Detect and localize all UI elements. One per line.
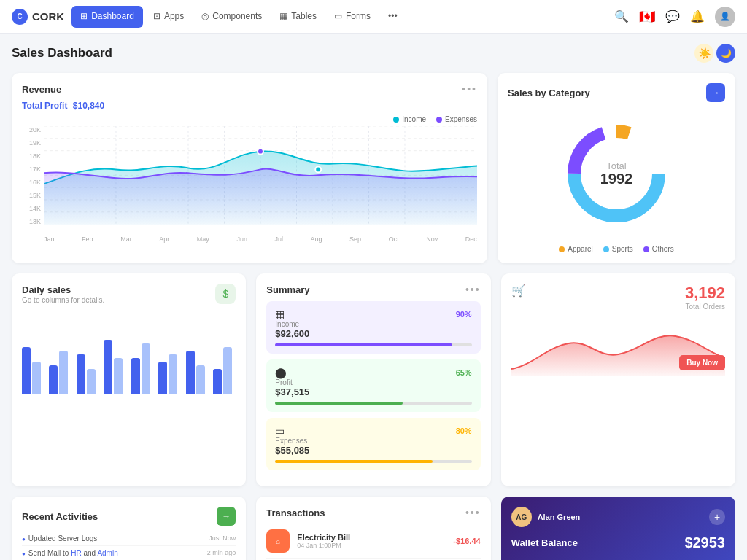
activities-list: ●Updated Server Logs Just Now ●Send Mail… [22, 532, 236, 560]
nav-more[interactable]: ••• [379, 0, 406, 34]
nav-apps[interactable]: ⊡ Apps [144, 0, 193, 34]
wallet-add-button[interactable]: + [709, 509, 725, 525]
cart-icon: 🛒 [511, 284, 526, 298]
summary-income-icon: ▦ [275, 308, 285, 320]
summary-more-button[interactable]: ••• [465, 284, 481, 295]
bar-group [77, 354, 99, 394]
search-icon[interactable]: 🔍 [614, 9, 629, 23]
user-avatar[interactable]: 👤 [715, 7, 735, 27]
summary-expenses-pct: 80% [456, 427, 472, 435]
page-header: Sales Dashboard ☀️ 🌙 [12, 44, 735, 63]
transactions-more-button[interactable]: ••• [465, 507, 481, 518]
orders-label: Total Orders [685, 303, 725, 311]
summary-expenses-icon: ▭ [275, 425, 285, 437]
chart-legend: Income Expenses [22, 115, 477, 123]
nav-components-label: Components [212, 11, 262, 21]
nav-components[interactable]: ◎ Components [193, 0, 271, 34]
donut-svg: Total 1992 [558, 115, 675, 232]
bar-group [158, 354, 181, 394]
wallet-balance-row: Wallet Balance $2953 [511, 534, 725, 551]
bar-group [22, 347, 44, 394]
page-title: Sales Dashboard [12, 46, 112, 61]
bar-chart [22, 314, 236, 394]
transaction-item: ⌂ Electricity Bill 04 Jan 1:00PM -$16.44 [266, 524, 480, 559]
activities-header: Recent Activities → [22, 507, 236, 526]
forms-icon: ▭ [334, 11, 342, 21]
chart-y-axis: 20K19K18K17K 16K15K14K13K [22, 126, 44, 225]
app-name: CORK [32, 10, 64, 23]
revenue-svg [44, 126, 477, 225]
wallet-avatar: AG [511, 507, 532, 527]
daily-sales-card: Daily sales Go to columns for details. $ [12, 273, 246, 486]
daily-sales-subtitle: Go to columns for details. [22, 296, 104, 304]
transactions-card: Transactions ••• ⌂ Electricity Bill 04 J… [256, 497, 490, 560]
logo-icon: C [12, 9, 28, 25]
legend-income: Income [393, 115, 426, 123]
daily-sales-icon: $ [215, 284, 236, 304]
category-nav-button[interactable]: → [706, 83, 725, 102]
wallet-balance-value: $2953 [684, 534, 725, 551]
nav-dashboard-label: Dashboard [91, 11, 134, 21]
donut-legend: Apparel Sports Others [508, 245, 725, 253]
activities-title: Recent Activities [22, 511, 98, 522]
svg-text:Total: Total [606, 160, 627, 171]
orders-chart: Buy Now [511, 318, 725, 376]
nav-dashboard[interactable]: ⊞ Dashboard [71, 6, 143, 28]
flag-icon[interactable]: 🇨🇦 [639, 9, 655, 25]
transactions-header: Transactions ••• [266, 507, 480, 518]
svg-point-20 [315, 166, 321, 172]
summary-income-value: $92,600 [275, 328, 471, 339]
summary-expenses-value: $55,085 [275, 445, 471, 456]
chat-icon[interactable]: 💬 [665, 9, 680, 23]
bell-icon[interactable]: 🔔 [690, 9, 705, 23]
hr-link[interactable]: HR [71, 549, 81, 557]
row-1: Revenue ••• Total Profit $10,840 Income … [12, 73, 735, 263]
nav-forms-label: Forms [346, 11, 371, 21]
revenue-more-button[interactable]: ••• [462, 83, 477, 95]
daily-sales-title: Daily sales [22, 284, 104, 295]
expenses-dot [436, 117, 442, 122]
bar-group [131, 343, 154, 394]
nav-tables[interactable]: ▦ Tables [271, 0, 325, 34]
summary-expenses-label: Expenses [275, 437, 471, 445]
tx-amount: -$16.44 [453, 537, 480, 545]
activity-item: ●Updated Server Logs Just Now [22, 532, 236, 546]
summary-profit-pct: 65% [456, 368, 472, 377]
svg-text:1992: 1992 [600, 171, 633, 187]
components-icon: ◎ [201, 11, 209, 21]
category-title: Sales by Category [508, 88, 590, 98]
summary-profit-item: ⬤ 65% Profit $37,515 [266, 359, 480, 412]
activities-nav-button[interactable]: → [217, 507, 236, 526]
wallet-balance-label: Wallet Balance [511, 537, 578, 548]
wallet-username: Alan Green [538, 513, 581, 521]
summary-income-item: ▦ 90% Income $92,600 [266, 301, 480, 354]
theme-sun-icon[interactable]: ☀️ [694, 44, 713, 63]
summary-income-pct: 90% [456, 310, 472, 319]
buy-now-button[interactable]: Buy Now [679, 355, 725, 370]
donut-chart: Total 1992 [508, 108, 725, 239]
summary-title: Summary [266, 284, 309, 295]
tables-icon: ▦ [279, 11, 287, 21]
navbar: C CORK ⊞ Dashboard ⊡ Apps ◎ Components ▦… [0, 0, 747, 34]
app-logo[interactable]: C CORK [12, 9, 64, 25]
summary-profit-value: $37,515 [275, 386, 471, 397]
row-2: Daily sales Go to columns for details. $… [12, 273, 735, 486]
daily-sales-header: Daily sales Go to columns for details. $ [22, 284, 236, 304]
revenue-total-profit: Total Profit $10,840 [22, 101, 477, 111]
theme-toggle[interactable]: ☀️ 🌙 [694, 44, 735, 63]
summary-card: Summary ••• ▦ 90% Income $92,600 ⬤ 65% P… [256, 273, 490, 486]
wallet-user: AG Alan Green [511, 507, 581, 527]
transactions-title: Transactions [266, 508, 325, 518]
nav-forms[interactable]: ▭ Forms [325, 0, 379, 34]
theme-moon-icon[interactable]: 🌙 [716, 44, 735, 63]
income-dot [393, 117, 399, 122]
nav-right: 🔍 🇨🇦 💬 🔔 👤 [614, 7, 735, 27]
admin-link[interactable]: Admin [97, 549, 117, 557]
legend-apparel: Apparel [559, 245, 592, 253]
dashboard-icon: ⊞ [80, 11, 88, 21]
summary-income-label: Income [275, 320, 471, 328]
revenue-title: Revenue [22, 84, 61, 95]
tx-avatar: ⌂ [266, 529, 290, 553]
svg-point-19 [258, 149, 263, 155]
revenue-card: Revenue ••• Total Profit $10,840 Income … [12, 73, 487, 263]
